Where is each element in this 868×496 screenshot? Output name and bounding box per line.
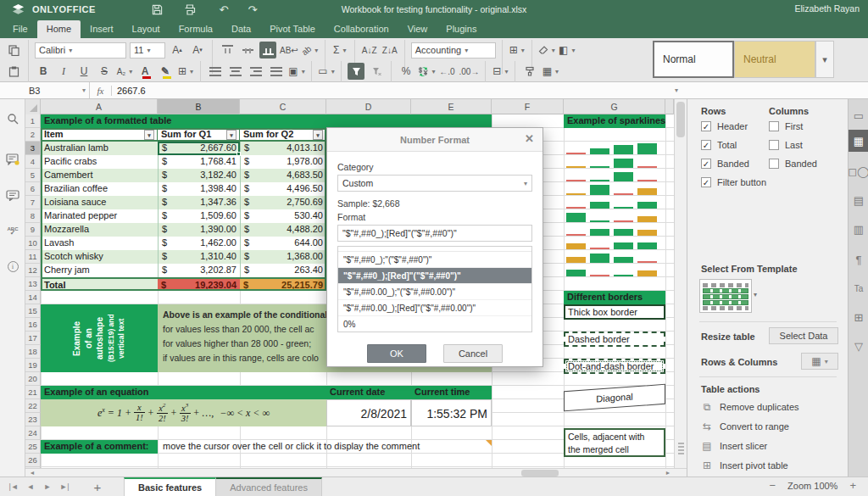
table-cell-amount[interactable]: $4,013.10	[240, 142, 326, 155]
zoom-in-icon[interactable]: +	[849, 479, 856, 492]
table-cell-amount[interactable]: $1,978.00	[240, 155, 326, 169]
column-header-B[interactable]: B	[158, 99, 240, 114]
wrap-text-icon[interactable]: AB↩	[280, 42, 298, 59]
action-remove-duplicates[interactable]: ⧉Remove duplicates	[701, 401, 799, 413]
sheet-tab-basic-features[interactable]: Basic features	[124, 477, 216, 496]
bold-icon[interactable]: B	[35, 63, 52, 80]
cell-style-normal[interactable]: Normal	[653, 41, 734, 78]
filter-button-icon[interactable]: ▾	[144, 130, 154, 140]
comments-icon[interactable]	[5, 152, 20, 167]
scroll-right-icon[interactable]: ►	[663, 469, 673, 476]
slicer-settings-icon[interactable]: ▽	[849, 335, 868, 357]
action-convert-to-range[interactable]: ⇆Convert to range	[701, 421, 789, 432]
column-header-partial[interactable]	[665, 99, 674, 114]
row-header-24[interactable]: 24	[25, 426, 41, 440]
table-cell-item[interactable]: Australian lamb	[41, 142, 158, 155]
italic-icon[interactable]: I	[55, 63, 72, 80]
pivot-table-settings-icon[interactable]: ⊞	[849, 306, 868, 328]
row-header-19[interactable]: 19	[25, 359, 41, 372]
align-left-icon[interactable]	[207, 63, 224, 80]
rows-columns-button[interactable]: ▦▾	[801, 353, 838, 370]
scroll-left-icon[interactable]: ◄	[27, 469, 37, 476]
table-cell-item[interactable]: Pacific crabs	[41, 155, 158, 169]
column-header-C[interactable]: C	[240, 99, 326, 114]
font-color-icon[interactable]: A	[136, 63, 153, 80]
row-header-11[interactable]: 11	[25, 250, 41, 264]
vertical-scrollbar[interactable]	[674, 99, 687, 468]
row-header-23[interactable]: 23	[25, 413, 41, 426]
filter-button-icon[interactable]: ▾	[313, 130, 323, 140]
checkbox-box[interactable]: ✓	[701, 140, 711, 150]
table-cell-amount[interactable]: $1,390.00	[158, 223, 240, 237]
undo-icon[interactable]: ↶	[213, 3, 235, 16]
highlight-color-icon[interactable]: ✎	[157, 63, 174, 80]
checkbox-box[interactable]	[769, 159, 779, 169]
add-sheet-icon[interactable]: +	[85, 477, 110, 496]
table-cell-amount[interactable]: $4,496.50	[240, 182, 326, 196]
table-template-preview[interactable]	[699, 279, 752, 313]
save-icon[interactable]	[147, 3, 169, 16]
table-cell-item[interactable]: Camembert	[41, 169, 158, 182]
menu-tab-layout[interactable]: Layout	[123, 20, 170, 38]
autoshape-vertical-text[interactable]: Exampleof anautoshape(B15:E19) andvertic…	[41, 304, 158, 372]
row-header-7[interactable]: 7	[25, 196, 41, 209]
select-data-button[interactable]: Select Data	[769, 327, 838, 344]
column-header-D[interactable]: D	[326, 99, 411, 114]
clear-icon[interactable]	[538, 42, 555, 59]
autosum-icon[interactable]: Σ	[331, 42, 348, 59]
row-header-4[interactable]: 4	[25, 155, 41, 169]
table-cell-item[interactable]: Brazilian coffee	[41, 182, 158, 196]
table-cell-item[interactable]: Lavash	[41, 237, 158, 250]
row-header-8[interactable]: 8	[25, 209, 41, 223]
table-cell-amount[interactable]: $4,488.20	[240, 223, 326, 237]
format-options-list[interactable]: "$"#,##0_);"("$"#,##0")""$"#,##0_);[Red]…	[337, 246, 532, 332]
table-cell-amount[interactable]: $1,398.40	[158, 182, 240, 196]
cell-settings-icon[interactable]: ▭	[849, 104, 868, 126]
image-settings-icon[interactable]: ▤	[849, 189, 868, 211]
column-header-E[interactable]: E	[411, 99, 492, 114]
checkbox-banded[interactable]: Banded	[769, 159, 817, 169]
menu-tab-home[interactable]: Home	[37, 20, 81, 38]
format-as-table-icon[interactable]: ▦	[542, 63, 559, 80]
cell-style-neutral[interactable]: Neutral	[734, 41, 815, 78]
format-option[interactable]: "$"#,##0.00_);[Red]"("$"#,##0.00")"	[338, 300, 531, 316]
spellcheck-icon[interactable]: ABC✓	[5, 223, 20, 238]
table-cell-item[interactable]: Loisiana sauce	[41, 196, 158, 209]
column-header-A[interactable]: A	[41, 99, 158, 114]
action-insert-slicer[interactable]: ▤Insert slicer	[701, 440, 767, 452]
insert-cells-icon[interactable]: ⊞	[509, 42, 526, 59]
subscript-icon[interactable]: A₂	[116, 63, 133, 80]
table-cell-amount[interactable]: $1,509.60	[158, 209, 240, 223]
checkbox-filter-button[interactable]: ✓Filter button	[701, 177, 766, 187]
comment-text-cell[interactable]: move the cursor over the cell or click i…	[161, 440, 492, 454]
row-header-3[interactable]: 3	[25, 142, 41, 155]
action-insert-pivot-table[interactable]: ⊞Insert pivot table	[701, 460, 788, 471]
row-header-13[interactable]: 13	[25, 277, 41, 291]
checkbox-last[interactable]: Last	[769, 140, 803, 150]
insert-function-icon[interactable]: fx	[90, 86, 112, 96]
row-header-1[interactable]: 1	[25, 114, 41, 128]
diagonal-border-cell[interactable]: Diagonal	[564, 384, 665, 411]
align-justify-icon[interactable]	[268, 63, 285, 80]
table-cell-amount[interactable]: $3,182.40	[158, 169, 240, 182]
next-sheet-icon[interactable]: ►	[39, 477, 56, 496]
row-header-15[interactable]: 15	[25, 304, 41, 318]
paragraph-settings-icon[interactable]: ¶	[849, 248, 868, 270]
copy-icon[interactable]	[5, 42, 22, 59]
checkbox-first[interactable]: First	[769, 121, 803, 131]
row-header-10[interactable]: 10	[25, 237, 41, 250]
checkbox-box[interactable]: ✓	[701, 159, 711, 169]
filter-icon[interactable]	[348, 63, 364, 80]
row-header-22[interactable]: 22	[25, 399, 41, 413]
row-header-6[interactable]: 6	[25, 182, 41, 196]
table-cell-item[interactable]: Cherry jam	[41, 264, 158, 277]
row-header-18[interactable]: 18	[25, 345, 41, 359]
chart-settings-icon[interactable]: ▥	[849, 218, 868, 240]
table-cell-amount[interactable]: $1,347.36	[158, 196, 240, 209]
formula-bar-collapse-icon[interactable]: ▾	[668, 86, 685, 94]
table-cell-amount[interactable]: $1,310.40	[158, 250, 240, 264]
number-format-select[interactable]: Accounting	[411, 42, 496, 59]
delete-cells-icon[interactable]: ⊟	[492, 63, 509, 80]
row-header-12[interactable]: 12	[25, 264, 41, 277]
checkbox-box[interactable]: ✓	[701, 121, 711, 131]
